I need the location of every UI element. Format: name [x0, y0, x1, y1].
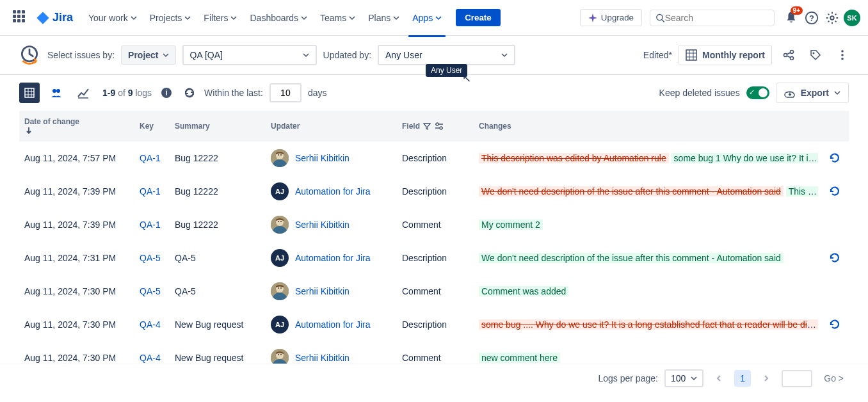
th-key[interactable]: Key — [134, 111, 170, 141]
upgrade-button[interactable]: Upgrade — [580, 9, 642, 26]
change-added: some bug 1 Why do we use it? It is … — [671, 153, 818, 163]
issue-key-link[interactable]: QA-4 — [140, 353, 161, 363]
updater-link[interactable]: Serhii Kibitkin — [295, 220, 350, 230]
view-chart-button[interactable] — [73, 83, 93, 103]
nav-your-work[interactable]: Your work — [83, 9, 142, 27]
updater-link[interactable]: Serhii Kibitkin — [295, 286, 350, 296]
project-selector[interactable]: Project — [121, 45, 175, 65]
help-icon[interactable]: ? — [803, 9, 821, 27]
search-icon — [655, 13, 665, 23]
svg-point-23 — [278, 154, 279, 156]
change-removed: We don't need description of the issue a… — [479, 186, 784, 197]
filter-icon[interactable] — [422, 122, 431, 131]
nav-dashboards[interactable]: Dashboards — [245, 9, 312, 27]
per-page-select[interactable]: 100 — [664, 369, 703, 387]
table-row: Aug 11, 2024, 7:57 PM QA-1 Bug 12222 Ser… — [19, 141, 849, 175]
svg-text:i: i — [165, 88, 167, 97]
cell-date: Aug 11, 2024, 7:30 PM — [19, 341, 134, 364]
svg-point-15 — [56, 89, 60, 93]
settings-icon[interactable] — [823, 9, 841, 27]
view-table-button[interactable] — [19, 83, 40, 103]
export-button[interactable]: Export — [776, 83, 849, 103]
nav-filters[interactable]: Filters — [198, 9, 242, 27]
updated-by-label: Updated by: — [323, 50, 372, 60]
svg-point-14 — [52, 89, 56, 93]
svg-point-11 — [841, 54, 844, 56]
notifications-icon[interactable]: 9+ — [782, 9, 800, 27]
controls-bar: 1-9 of 9 logs i Within the last: days Ke… — [0, 75, 868, 111]
go-button[interactable]: Go > — [819, 371, 849, 386]
info-icon[interactable]: i — [158, 84, 175, 101]
updater-link[interactable]: Serhii Kibitkin — [295, 153, 350, 163]
issue-key-link[interactable]: QA-1 — [140, 186, 161, 197]
page-input[interactable] — [782, 370, 812, 387]
share-icon[interactable] — [778, 45, 799, 65]
issue-key-link[interactable]: QA-5 — [140, 253, 161, 263]
svg-point-39 — [280, 354, 282, 355]
cell-date: Aug 11, 2024, 7:39 PM — [19, 208, 134, 241]
th-updater[interactable]: Updater — [266, 111, 397, 141]
jira-logo[interactable]: Jira — [36, 11, 73, 25]
create-button[interactable]: Create — [456, 9, 501, 26]
issue-key-link[interactable]: QA-5 — [140, 286, 161, 296]
th-changes[interactable]: Changes — [474, 111, 823, 141]
app-switcher-icon[interactable] — [13, 10, 28, 26]
issue-key-link[interactable]: QA-1 — [140, 220, 161, 230]
next-page[interactable] — [757, 369, 775, 387]
cell-changes: We don't need description of the issue a… — [479, 186, 818, 197]
restore-icon[interactable] — [828, 318, 844, 331]
nav-teams[interactable]: Teams — [315, 9, 360, 27]
pagination-footer: Logs per page: 100 1 Go > — [0, 364, 868, 392]
updater-link[interactable]: Automation for Jira — [295, 253, 371, 263]
svg-point-6 — [784, 54, 787, 57]
cell-summary: QA-5 — [170, 241, 266, 275]
th-summary[interactable]: Summary — [170, 111, 266, 141]
sort-down-icon — [24, 126, 129, 135]
restore-icon[interactable] — [828, 185, 844, 198]
sparkle-icon — [588, 13, 597, 22]
restore-icon[interactable] — [828, 252, 844, 264]
tag-icon[interactable] — [805, 45, 826, 65]
view-people-button[interactable] — [46, 83, 67, 103]
days-input[interactable] — [269, 83, 301, 102]
refresh-icon[interactable] — [181, 84, 198, 101]
updated-by-select[interactable]: Any User — [378, 45, 515, 65]
filter-bar: Select issues by: Project QA [QA] Update… — [0, 36, 868, 75]
change-added: My comment 2 — [479, 220, 543, 230]
nav-plans[interactable]: Plans — [363, 9, 405, 27]
updater-link[interactable]: Automation for Jira — [295, 186, 371, 197]
cell-summary: Bug 12222 — [170, 141, 266, 175]
report-selector[interactable]: Monthly report — [679, 45, 772, 65]
prev-page[interactable] — [710, 369, 728, 387]
avatar — [271, 149, 289, 167]
th-date[interactable]: Date of change — [19, 111, 134, 141]
issue-key-link[interactable]: QA-4 — [140, 319, 161, 330]
results-count: 1-9 of 9 logs — [102, 88, 152, 98]
profile-avatar[interactable]: SK — [844, 10, 860, 26]
jira-mark-icon — [36, 11, 50, 25]
keep-deleted-label: Keep deleted issues — [659, 88, 740, 98]
restore-icon[interactable] — [828, 152, 844, 165]
avatar: AJ — [271, 249, 289, 267]
project-value-select[interactable]: QA [QA] — [182, 45, 317, 65]
svg-text:?: ? — [809, 13, 814, 22]
search-input[interactable] — [650, 10, 775, 26]
updater-link[interactable]: Automation for Jira — [295, 319, 371, 330]
cell-date: Aug 11, 2024, 7:30 PM — [19, 275, 134, 308]
svg-point-8 — [791, 57, 794, 60]
more-icon[interactable] — [832, 45, 853, 65]
edited-label: Edited* — [643, 50, 672, 60]
table-row: Aug 11, 2024, 7:30 PM QA-4 New Bug reque… — [19, 341, 849, 364]
th-field[interactable]: Field — [397, 111, 474, 141]
page-number[interactable]: 1 — [734, 370, 751, 387]
svg-point-10 — [841, 50, 844, 52]
nav-apps[interactable]: Apps — [407, 9, 447, 27]
updater-link[interactable]: Serhii Kibitkin — [295, 353, 350, 363]
nav-projects[interactable]: Projects — [145, 9, 197, 27]
change-added: This d… — [786, 186, 818, 197]
cell-summary: QA-5 — [170, 275, 266, 308]
issue-key-link[interactable]: QA-1 — [140, 153, 161, 163]
svg-point-34 — [280, 287, 282, 289]
sliders-icon[interactable] — [434, 122, 444, 131]
keep-deleted-toggle[interactable]: ✓ — [746, 86, 769, 99]
